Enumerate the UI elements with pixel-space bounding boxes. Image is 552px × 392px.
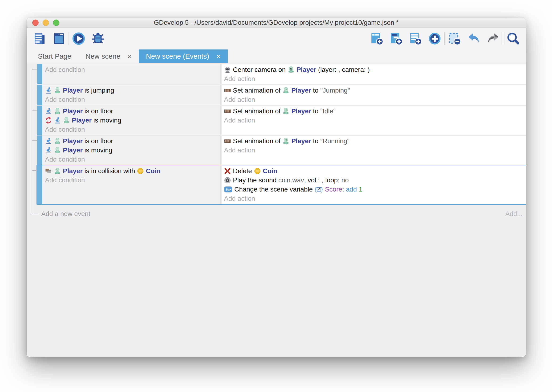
platformer-icon [45, 87, 52, 94]
coin-icon [137, 168, 144, 175]
add-event-button[interactable] [370, 32, 384, 45]
instruction-text: : [342, 185, 346, 194]
animation-icon [224, 87, 231, 94]
toolbar-group [33, 32, 66, 45]
instruction-text: to [311, 106, 320, 116]
add-more-button[interactable]: Add... [505, 210, 523, 218]
undo-button[interactable] [467, 32, 481, 45]
add-action-button[interactable]: Add action [224, 95, 524, 104]
condition-line[interactable]: Player is jumping [45, 86, 218, 95]
action-line[interactable]: Set animation of Player to "Running" [224, 136, 524, 146]
instruction-text: Player [297, 65, 316, 74]
condition-line[interactable]: Player is in collision with Coin [45, 166, 218, 175]
event-row[interactable]: Player is jumpingAdd conditionSet animat… [37, 85, 526, 105]
tab-start-page[interactable]: Start Page [31, 49, 78, 63]
platformer-icon [54, 117, 61, 124]
event-row[interactable]: Add conditionCenter camera on Player (la… [37, 64, 526, 84]
preview-play-button[interactable] [72, 32, 85, 45]
search-button[interactable] [506, 32, 520, 45]
add-action-button[interactable]: Add action [224, 116, 524, 125]
add-action-button[interactable]: Add action [224, 194, 524, 203]
tab-new-scene[interactable]: New scene× [78, 49, 139, 63]
player-icon [282, 138, 290, 145]
add-condition-button[interactable]: Add condition [45, 125, 218, 134]
event-drag-handle[interactable] [37, 105, 42, 135]
instruction-text: Set animation of [233, 136, 282, 146]
instruction-text: to [311, 86, 320, 95]
event-drag-handle[interactable] [37, 135, 42, 165]
action-line[interactable]: Delete Coin [224, 166, 524, 175]
add-comment-button[interactable] [409, 32, 422, 45]
tab-label: New scene [85, 52, 120, 60]
events-sheet: Add conditionCenter camera on Player (la… [27, 63, 526, 357]
player-icon [54, 147, 61, 154]
add-condition-button[interactable]: Add condition [45, 95, 218, 104]
add-condition-button[interactable]: Add condition [45, 175, 218, 185]
desktop-background: GDevelop 5 - /Users/david/Documents/GDev… [0, 0, 552, 392]
instruction-text: Player [291, 136, 311, 146]
player-icon [282, 87, 290, 94]
action-line[interactable]: Center camera on Player (layer: , camera… [224, 65, 524, 74]
instruction-text: "Idle" [320, 106, 336, 116]
tab-label: Start Page [38, 52, 71, 60]
actions-cell: Delete CoinPlay the sound coin.wav, vol.… [221, 165, 526, 204]
event-drag-handle[interactable] [37, 85, 42, 105]
instruction-text: is moving [92, 116, 121, 125]
events-sheet-footer: Add a new event Add... [41, 210, 523, 218]
event-row[interactable]: Player is on floorPlayer is movingAdd co… [37, 105, 526, 135]
instruction-text: Player [63, 136, 83, 146]
action-line[interactable]: Set animation of Player to "Jumping" [224, 86, 524, 95]
toolbar-group [370, 32, 442, 45]
tab-new-scene-events-[interactable]: New scene (Events)× [139, 49, 228, 63]
scene-variable-icon: {} [315, 186, 323, 193]
instruction-text: is jumping [83, 86, 114, 95]
redo-button[interactable] [486, 32, 500, 45]
add-action-button[interactable]: Add action [224, 74, 524, 83]
sound-icon [224, 177, 231, 184]
add-something-button[interactable] [428, 32, 442, 45]
instruction-text: (layer: , camera: ) [316, 65, 370, 74]
condition-line[interactable]: Player is on floor [45, 136, 218, 146]
scene-editor-button[interactable] [52, 32, 66, 45]
condition-line[interactable]: Player is moving [45, 116, 218, 125]
event-tree-line [32, 170, 37, 171]
toolbar-group [506, 32, 520, 45]
tab-close-icon[interactable]: × [216, 53, 221, 60]
event-tree-line [32, 90, 37, 90]
event-drag-handle[interactable] [37, 165, 42, 204]
event-drag-handle[interactable] [37, 64, 42, 84]
platformer-icon [45, 138, 52, 145]
toolbar-group [448, 32, 500, 45]
event-row[interactable]: Player is in collision with CoinAdd cond… [37, 165, 526, 204]
tab-close-icon[interactable]: × [127, 53, 132, 60]
event-tree-line [32, 111, 37, 111]
event-row[interactable]: Player is on floorPlayer is movingAdd co… [37, 135, 526, 165]
player-icon [63, 117, 70, 124]
action-line[interactable]: Set animation of Player to "Idle" [224, 106, 524, 116]
toolbar-separator [444, 32, 445, 45]
debug-button[interactable] [91, 32, 105, 45]
action-line[interactable]: VarChange the scene variable {}Score: ad… [224, 185, 524, 194]
player-icon [54, 168, 61, 175]
conditions-cell: Add condition [42, 64, 221, 84]
instruction-text: Coin [146, 166, 160, 175]
condition-line[interactable]: Player is on floor [45, 106, 218, 116]
delete-selection-button[interactable] [448, 32, 461, 45]
add-sub-event-button[interactable] [389, 32, 403, 45]
instruction-text: Play the sound [233, 175, 278, 185]
add-new-event-button[interactable]: Add a new event [41, 210, 90, 218]
add-condition-button[interactable]: Add condition [45, 65, 218, 74]
instruction-text: no [341, 175, 349, 185]
instruction-text: is on floor [83, 106, 113, 116]
project-manager-button[interactable] [33, 32, 46, 45]
condition-line[interactable]: Player is moving [45, 146, 218, 155]
instruction-text: Player [63, 166, 83, 175]
tab-label: New scene (Events) [146, 52, 209, 60]
add-action-button[interactable]: Add action [224, 146, 524, 155]
instruction-text: coin.wav [278, 175, 304, 185]
toolbar-group [72, 32, 105, 45]
instruction-text: Player [63, 146, 83, 155]
action-line[interactable]: Play the sound coin.wav, vol.: , loop: n… [224, 175, 524, 185]
instruction-text: is in collision with [83, 166, 137, 175]
add-condition-button[interactable]: Add condition [45, 155, 218, 164]
